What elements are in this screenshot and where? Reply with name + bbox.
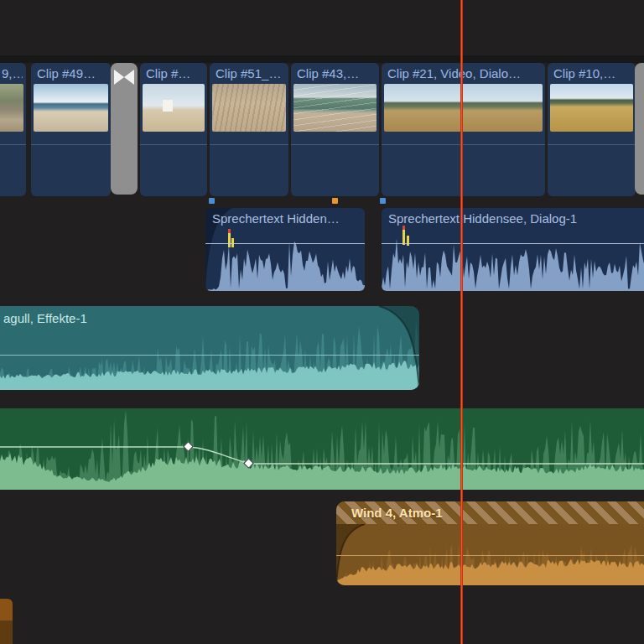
timeline: 9,… Clip #49… Clip #… Clip #51_… Clip #4… — [0, 0, 644, 644]
clip-marker[interactable] — [380, 198, 386, 204]
video-clip[interactable]: Clip #51_… — [210, 63, 288, 196]
clip-thumbnail — [550, 84, 633, 132]
volume-line[interactable] — [382, 243, 644, 244]
volume-envelope[interactable] — [0, 408, 644, 490]
volume-line[interactable] — [205, 243, 365, 244]
clip-label: agull, Effekte-1 — [3, 310, 414, 326]
clip-thumbnail — [384, 84, 543, 132]
peak-indicator-yellow — [228, 233, 231, 247]
video-clip[interactable]: Clip #… — [140, 63, 207, 196]
clip-label: Wind 4, Atmo-1 — [345, 505, 644, 521]
clip-marker[interactable] — [332, 198, 338, 204]
video-clip[interactable]: Clip #21, Video, Dialo… — [382, 63, 545, 196]
clip-marker[interactable] — [209, 198, 215, 204]
clip-thumbnail — [34, 84, 108, 132]
clip-divider — [382, 144, 545, 145]
peak-indicator-yellow — [407, 236, 409, 246]
clip-divider — [291, 144, 379, 145]
clip-thumbnail — [143, 84, 205, 132]
clip-thumbnail — [293, 84, 377, 132]
clip-divider — [210, 144, 288, 145]
audio-clip-wind[interactable]: Wind 4, Atmo-1 — [336, 501, 644, 585]
cross-dissolve-icon — [114, 70, 134, 85]
track-separator-band — [0, 55, 644, 63]
video-clip[interactable]: Clip #10,… — [548, 63, 636, 196]
clip-thumbnail — [212, 84, 286, 132]
audio-clip-green[interactable] — [0, 408, 644, 490]
audio-clip-sprechertext-2[interactable]: Sprechertext Hiddensee, Dialog-1 — [382, 208, 644, 291]
clip-divider — [140, 144, 207, 145]
clip-divider — [31, 144, 111, 145]
video-clip[interactable]: Clip #49… — [31, 63, 111, 196]
clip-thumbnail — [0, 84, 23, 132]
audio-clip-sprechertext-1[interactable]: Sprechertext Hidden… — [205, 208, 365, 291]
video-clip[interactable]: 9,… — [0, 63, 26, 196]
clip-label: Clip #43,… — [291, 65, 376, 81]
clip-label: Sprechertext Hidden… — [205, 210, 360, 226]
clip-divider — [548, 144, 636, 145]
transition-clip[interactable] — [111, 63, 138, 195]
clip-divider — [0, 144, 26, 145]
volume-line[interactable] — [336, 555, 644, 556]
clip-label: Clip #10,… — [548, 65, 632, 81]
audio-clip-partial[interactable] — [0, 599, 13, 644]
clip-label: Sprechertext Hiddensee, Dialog-1 — [382, 210, 644, 226]
video-clip[interactable]: Clip #43,… — [291, 63, 379, 196]
playhead[interactable] — [460, 0, 463, 644]
clip-label: Clip #… — [140, 65, 204, 81]
clip-label: Clip #49… — [31, 65, 107, 81]
audio-clip-effects[interactable]: agull, Effekte-1 — [0, 306, 419, 390]
clip-label: 9,… — [2, 65, 23, 81]
volume-line[interactable] — [0, 355, 419, 356]
clip-label: Clip #51_… — [210, 65, 285, 81]
transition-clip[interactable] — [635, 63, 644, 195]
